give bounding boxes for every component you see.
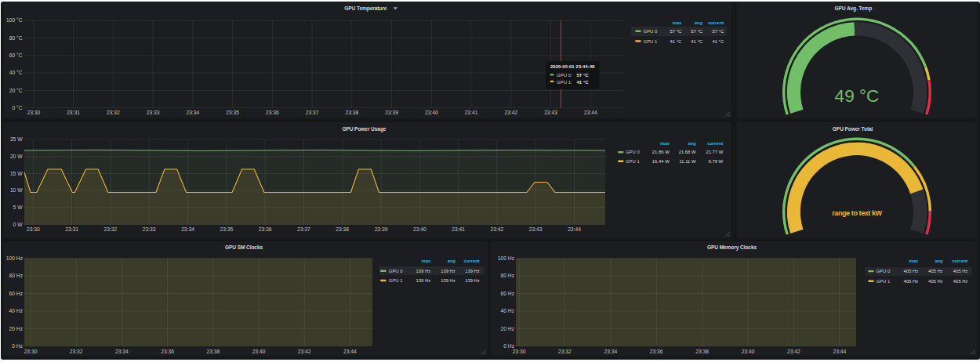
svg-text:49 °C: 49 °C bbox=[835, 86, 880, 106]
svg-text:23:30: 23:30 bbox=[24, 348, 38, 353]
svg-text:405 Hz: 405 Hz bbox=[953, 269, 968, 273]
svg-text:23:35: 23:35 bbox=[220, 226, 233, 231]
svg-text:max: max bbox=[660, 140, 670, 145]
svg-text:80 °C: 80 °C bbox=[9, 35, 23, 41]
svg-text:405 Hz: 405 Hz bbox=[928, 269, 943, 273]
svg-text:GPU Temperature: GPU Temperature bbox=[344, 5, 387, 12]
svg-text:40 °C: 40 °C bbox=[9, 70, 23, 75]
svg-text:0 Hz: 0 Hz bbox=[12, 342, 23, 348]
svg-text:5 W: 5 W bbox=[13, 205, 24, 210]
svg-text:23:36: 23:36 bbox=[161, 348, 174, 353]
svg-text:10 W: 10 W bbox=[10, 187, 23, 193]
svg-text:60 Hz: 60 Hz bbox=[9, 290, 24, 295]
svg-text:23:38: 23:38 bbox=[345, 110, 358, 115]
svg-text:23:39: 23:39 bbox=[375, 226, 388, 231]
svg-text:405 Hz: 405 Hz bbox=[953, 278, 968, 283]
svg-text:16.44 W: 16.44 W bbox=[652, 158, 670, 163]
svg-text:GPU SM Clocks: GPU SM Clocks bbox=[225, 244, 263, 249]
svg-text:15 W: 15 W bbox=[10, 170, 23, 176]
svg-text:21.68 W: 21.68 W bbox=[679, 150, 696, 154]
svg-text:405 Hz: 405 Hz bbox=[903, 269, 918, 273]
svg-text:20 °C: 20 °C bbox=[9, 88, 23, 93]
svg-text:current: current bbox=[464, 259, 480, 263]
svg-text:40 Hz: 40 Hz bbox=[9, 308, 24, 313]
svg-text:139 Hz: 139 Hz bbox=[416, 278, 431, 283]
svg-text:GPU Power Usage: GPU Power Usage bbox=[342, 125, 386, 132]
svg-text:80 Hz: 80 Hz bbox=[501, 273, 515, 278]
svg-text:23:38: 23:38 bbox=[206, 348, 220, 353]
svg-text:max: max bbox=[909, 259, 919, 263]
svg-text:100 Hz: 100 Hz bbox=[6, 255, 24, 260]
svg-text:23:32: 23:32 bbox=[104, 226, 118, 231]
svg-text:23:34: 23:34 bbox=[115, 348, 129, 353]
svg-text:23:34: 23:34 bbox=[186, 110, 199, 115]
svg-text:avg: avg bbox=[695, 20, 703, 25]
svg-text:23:30: 23:30 bbox=[27, 110, 40, 115]
svg-text:23:38: 23:38 bbox=[336, 226, 349, 231]
svg-text:20 Hz: 20 Hz bbox=[9, 325, 24, 331]
svg-text:avg: avg bbox=[448, 259, 456, 263]
svg-text:avg: avg bbox=[688, 140, 696, 145]
svg-text:80 Hz: 80 Hz bbox=[9, 273, 24, 278]
svg-text:avg: avg bbox=[935, 259, 944, 263]
svg-text:139 Hz: 139 Hz bbox=[441, 268, 456, 273]
svg-text:23:33: 23:33 bbox=[143, 226, 156, 231]
svg-text:max: max bbox=[673, 20, 683, 25]
svg-text:57 °C: 57 °C bbox=[670, 29, 682, 34]
svg-text:23:36: 23:36 bbox=[266, 110, 279, 115]
svg-text:2020-05-01 23:44:48: 2020-05-01 23:44:48 bbox=[550, 64, 595, 69]
svg-text:GPU 0:: GPU 0: bbox=[557, 73, 572, 78]
svg-text:41 °C: 41 °C bbox=[670, 39, 682, 44]
svg-text:GPU 1: GPU 1 bbox=[626, 158, 640, 163]
svg-text:23:32: 23:32 bbox=[70, 348, 83, 353]
svg-text:23:41: 23:41 bbox=[452, 226, 465, 231]
svg-text:current: current bbox=[707, 140, 723, 145]
svg-text:23:32: 23:32 bbox=[558, 348, 572, 353]
svg-text:23:38: 23:38 bbox=[695, 348, 709, 353]
svg-text:25 W: 25 W bbox=[10, 136, 23, 142]
svg-text:23:37: 23:37 bbox=[306, 110, 319, 115]
svg-text:23:42: 23:42 bbox=[504, 110, 517, 115]
svg-text:23:40: 23:40 bbox=[252, 348, 266, 353]
svg-text:23:30: 23:30 bbox=[27, 226, 40, 231]
svg-text:100 Hz: 100 Hz bbox=[498, 255, 515, 260]
svg-text:60 Hz: 60 Hz bbox=[501, 290, 515, 295]
svg-text:41 °C: 41 °C bbox=[691, 39, 703, 44]
svg-text:23:36: 23:36 bbox=[650, 348, 663, 353]
svg-text:100 °C: 100 °C bbox=[6, 17, 23, 23]
svg-text:23:34: 23:34 bbox=[181, 226, 194, 231]
svg-text:GPU Power Total: GPU Power Total bbox=[833, 125, 873, 131]
svg-text:23:44: 23:44 bbox=[343, 348, 357, 353]
svg-text:139 Hz: 139 Hz bbox=[465, 278, 480, 283]
svg-text:21.86 W: 21.86 W bbox=[652, 150, 670, 154]
svg-text:23:36: 23:36 bbox=[259, 226, 272, 231]
svg-text:40 Hz: 40 Hz bbox=[501, 308, 515, 313]
svg-text:139 Hz: 139 Hz bbox=[441, 278, 456, 283]
svg-text:23:42: 23:42 bbox=[787, 348, 800, 353]
svg-text:current: current bbox=[952, 259, 967, 263]
svg-text:20 W: 20 W bbox=[10, 153, 23, 158]
svg-text:max: max bbox=[421, 259, 431, 263]
svg-text:57 °C: 57 °C bbox=[712, 29, 724, 34]
svg-text:GPU 1:: GPU 1: bbox=[557, 80, 572, 85]
svg-text:23:35: 23:35 bbox=[226, 110, 239, 115]
svg-text:23:40: 23:40 bbox=[413, 226, 426, 231]
svg-text:current: current bbox=[708, 20, 724, 25]
svg-text:21.77 W: 21.77 W bbox=[706, 150, 723, 154]
svg-text:GPU Avg. Temp: GPU Avg. Temp bbox=[835, 5, 873, 12]
svg-text:23:42: 23:42 bbox=[298, 348, 311, 353]
svg-text:23:44: 23:44 bbox=[568, 226, 581, 231]
svg-text:23:31: 23:31 bbox=[65, 226, 78, 231]
svg-text:GPU 0: GPU 0 bbox=[877, 269, 891, 273]
svg-text:23:41: 23:41 bbox=[465, 110, 478, 115]
svg-text:23:43: 23:43 bbox=[544, 110, 557, 115]
svg-text:23:30: 23:30 bbox=[513, 348, 526, 353]
svg-text:GPU 1: GPU 1 bbox=[877, 278, 891, 283]
svg-text:23:44: 23:44 bbox=[584, 110, 597, 115]
svg-text:0 °C: 0 °C bbox=[12, 105, 22, 110]
svg-text:GPU 1: GPU 1 bbox=[644, 39, 658, 44]
svg-text:23:31: 23:31 bbox=[67, 110, 80, 115]
svg-text:57 °C: 57 °C bbox=[576, 73, 589, 78]
svg-text:23:33: 23:33 bbox=[147, 110, 160, 115]
svg-text:405 Hz: 405 Hz bbox=[903, 278, 918, 283]
